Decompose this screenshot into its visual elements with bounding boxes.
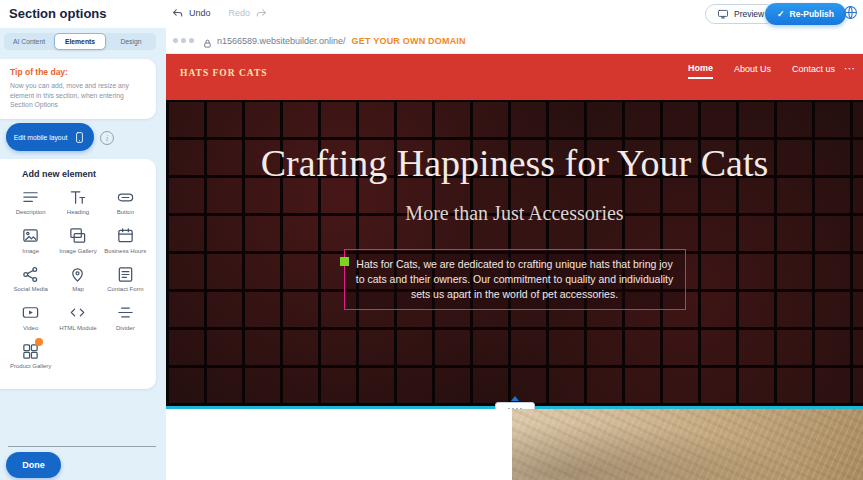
preview-button-label: Preview bbox=[734, 9, 764, 19]
element-business-hours[interactable]: Business Hours bbox=[103, 226, 148, 256]
done-button[interactable]: Done bbox=[6, 452, 61, 478]
window-dots-icon bbox=[173, 38, 194, 43]
phone-icon bbox=[73, 131, 86, 144]
left-sidebar: AI Content Elements Design Tip of the da… bbox=[0, 28, 166, 480]
tip-body: Now you can add, move and resize any ele… bbox=[10, 81, 146, 110]
undo-icon[interactable] bbox=[171, 6, 184, 19]
element-label: Image bbox=[22, 248, 39, 256]
check-icon: ✓ bbox=[777, 9, 785, 19]
element-heading[interactable]: Heading bbox=[55, 187, 100, 217]
tab-design[interactable]: Design bbox=[106, 33, 156, 50]
element-button[interactable]: Button bbox=[103, 187, 148, 217]
browser-chrome-bar: n1566589.websitebuilder.online/ GET YOUR… bbox=[166, 28, 863, 54]
lock-icon bbox=[203, 35, 212, 46]
site-logo[interactable]: HATS FOR CATS bbox=[180, 68, 268, 78]
element-video[interactable]: Video bbox=[8, 303, 53, 333]
element-divider[interactable]: Divider bbox=[103, 303, 148, 333]
hero-title[interactable]: Crafting Happiness for Your Cats bbox=[255, 142, 775, 186]
map-icon bbox=[68, 264, 88, 284]
nav-contact-us[interactable]: Contact us bbox=[792, 64, 835, 78]
element-social-media[interactable]: Social Media bbox=[8, 264, 53, 294]
element-label: Divider bbox=[116, 325, 135, 333]
element-image[interactable]: Image bbox=[8, 226, 53, 256]
redo-icon[interactable] bbox=[255, 6, 268, 19]
tip-title: Tip of the day: bbox=[10, 67, 146, 77]
site-header: HATS FOR CATS Home About Us Contact us ⋯ bbox=[166, 54, 863, 100]
element-description[interactable]: Description bbox=[8, 187, 53, 217]
get-domain-link[interactable]: GET YOUR OWN DOMAIN bbox=[352, 36, 466, 46]
monitor-icon bbox=[717, 8, 729, 20]
element-label: Business Hours bbox=[104, 248, 146, 256]
hero-text-selected[interactable]: Hats for Cats, we are dedicated to craft… bbox=[344, 249, 686, 311]
image-gallery-icon bbox=[68, 226, 88, 246]
info-icon[interactable]: i bbox=[100, 131, 114, 145]
next-section[interactable] bbox=[166, 409, 863, 480]
element-label: Heading bbox=[67, 209, 89, 217]
image-icon bbox=[21, 226, 41, 246]
sidebar-tabs: AI Content Elements Design bbox=[4, 33, 156, 50]
history-controls: Undo Redo bbox=[171, 6, 268, 19]
element-product-gallery[interactable]: Product Gallery bbox=[8, 341, 53, 371]
html-module-icon bbox=[68, 303, 88, 323]
element-label: Map bbox=[72, 286, 84, 294]
element-grid: Description Heading Button Image bbox=[8, 187, 148, 371]
element-contact-form[interactable]: Contact Form bbox=[103, 264, 148, 294]
social-media-icon bbox=[21, 264, 41, 284]
edit-mobile-layout-label: Edit mobile layout bbox=[14, 134, 68, 141]
business-hours-icon bbox=[115, 226, 135, 246]
element-label: Button bbox=[117, 209, 134, 217]
element-image-gallery[interactable]: Image Gallery bbox=[55, 226, 100, 256]
site-url: n1566589.websitebuilder.online/ bbox=[217, 36, 346, 46]
hero-subtitle[interactable]: More than Just Accessories bbox=[405, 202, 623, 225]
button-icon bbox=[115, 187, 135, 207]
description-icon bbox=[21, 187, 41, 207]
element-drag-handle[interactable] bbox=[340, 257, 349, 266]
add-panel-title: Add new element bbox=[22, 169, 148, 179]
republish-button-label: Re-Publish bbox=[790, 9, 834, 19]
redo-button[interactable]: Redo bbox=[229, 8, 251, 18]
element-html-module[interactable]: HTML Module bbox=[55, 303, 100, 333]
add-new-element-panel: Add new element Description Heading Butt… bbox=[0, 159, 156, 389]
element-label: Description bbox=[16, 209, 46, 217]
undo-button[interactable]: Undo bbox=[189, 8, 211, 18]
website-canvas: HATS FOR CATS Home About Us Contact us ⋯… bbox=[166, 54, 863, 480]
element-label: Contact Form bbox=[107, 286, 143, 294]
nav-about-us[interactable]: About Us bbox=[734, 64, 771, 78]
divider-icon bbox=[115, 303, 135, 323]
site-nav: Home About Us Contact us bbox=[688, 63, 835, 79]
element-label: HTML Module bbox=[59, 325, 96, 333]
tab-elements[interactable]: Elements bbox=[54, 33, 106, 50]
sidebar-divider bbox=[8, 446, 156, 447]
republish-button[interactable]: ✓ Re-Publish bbox=[765, 3, 846, 25]
element-label: Product Gallery bbox=[10, 363, 51, 371]
nav-home[interactable]: Home bbox=[688, 63, 713, 79]
language-globe-icon[interactable] bbox=[842, 4, 859, 21]
element-label: Image Gallery bbox=[59, 248, 96, 256]
new-badge bbox=[35, 338, 43, 346]
mobile-layout-row: Edit mobile layout i bbox=[0, 123, 160, 153]
element-label: Social Media bbox=[13, 286, 47, 294]
contact-form-icon bbox=[115, 264, 135, 284]
resize-arrow-up-icon bbox=[511, 396, 519, 401]
edit-mobile-layout-button[interactable]: Edit mobile layout bbox=[6, 123, 94, 151]
app-window: Section options Undo Redo Preview ✓ Re-P… bbox=[0, 0, 863, 480]
tip-of-the-day-card: Tip of the day: Now you can add, move an… bbox=[0, 59, 156, 119]
top-toolbar: Section options Undo Redo Preview ✓ Re-P… bbox=[0, 0, 863, 28]
element-label: Video bbox=[23, 325, 38, 333]
element-map[interactable]: Map bbox=[55, 264, 100, 294]
hero-text: Hats for Cats, we are dedicated to craft… bbox=[356, 258, 673, 300]
hero-section[interactable]: Crafting Happiness for Your Cats More th… bbox=[166, 100, 863, 406]
page-title: Section options bbox=[9, 6, 107, 21]
nav-more-icon[interactable]: ⋯ bbox=[844, 62, 855, 75]
next-section-photo bbox=[512, 409, 863, 480]
tab-ai-content[interactable]: AI Content bbox=[4, 33, 54, 50]
heading-icon bbox=[68, 187, 88, 207]
preview-area: n1566589.websitebuilder.online/ GET YOUR… bbox=[166, 28, 863, 480]
video-icon bbox=[21, 303, 41, 323]
